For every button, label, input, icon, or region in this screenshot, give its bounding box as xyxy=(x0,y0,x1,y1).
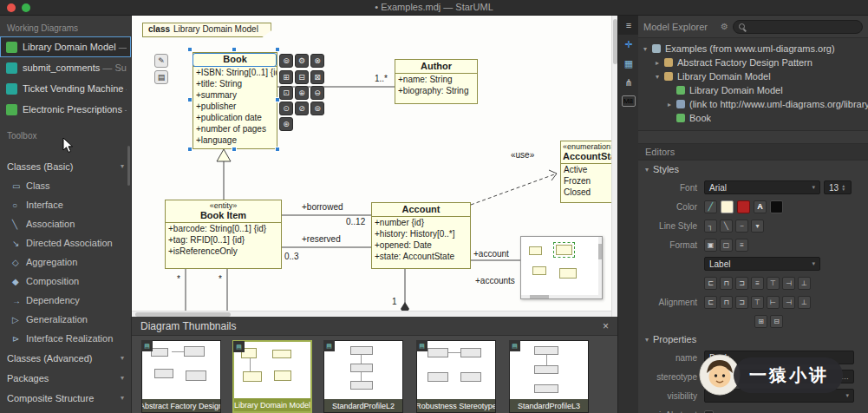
align-button[interactable]: ⊐ xyxy=(735,277,748,290)
class-attribute[interactable]: +number {id} xyxy=(372,217,470,228)
font-size-stepper[interactable]: 13 ▲▼ xyxy=(824,180,852,194)
toolbox-item[interactable]: ◆ Composition xyxy=(0,272,131,291)
preview-horizontal-scrollbar[interactable] xyxy=(521,295,602,298)
multiplicity-label[interactable]: 1 xyxy=(392,297,397,306)
line-color-button[interactable]: ╱ xyxy=(704,200,717,213)
tree-item-library-domain-model[interactable]: ▾ Library Domain Model xyxy=(638,69,868,83)
quick-edit-button[interactable]: ⊟ xyxy=(295,70,309,84)
class-attribute[interactable]: +publisher xyxy=(193,101,277,112)
quick-edit-button[interactable]: ⊕ xyxy=(295,86,309,100)
selection-handle[interactable] xyxy=(187,97,193,102)
thumbnail-abstract-factory[interactable]: ▤ Abstract Factory Design xyxy=(141,340,221,413)
align-button[interactable]: ⊤ xyxy=(767,277,780,290)
toolbox-section-composite-structure[interactable]: Composite Structure ▾ xyxy=(0,388,131,408)
search-input[interactable] xyxy=(749,22,853,31)
toolbox-item[interactable]: ↘ Directed Association xyxy=(0,233,131,252)
class-attribute[interactable]: +opened: Date xyxy=(372,239,470,251)
multiplicity-label[interactable]: 1..* xyxy=(375,74,388,83)
toolbox-section-packages[interactable]: Packages ▾ xyxy=(0,368,131,388)
working-diagram-ticket-vending-machine[interactable]: Ticket Vending Machine — T... xyxy=(0,78,131,99)
chevron-down-icon[interactable]: ▾ xyxy=(643,45,652,53)
selection-handle[interactable] xyxy=(187,147,193,152)
move-tool-icon[interactable]: ✛ xyxy=(618,35,639,54)
thumbnails-panel-icon[interactable]: ▦ xyxy=(618,54,639,73)
working-diagram-submit-comments[interactable]: submit_comments — Subm... xyxy=(0,57,131,78)
class-attribute[interactable]: +number of pages xyxy=(193,123,277,134)
fill-color-swatch[interactable] xyxy=(721,200,734,213)
class-attribute[interactable]: +isReferenceOnly xyxy=(166,246,281,257)
m8-extension-icon[interactable]: M8 xyxy=(622,95,636,107)
canvas-horizontal-scrollbar[interactable] xyxy=(132,311,611,317)
class-account[interactable]: Account +number {id}+history: History[0.… xyxy=(371,202,471,269)
quick-edit-button[interactable]: ⊖ xyxy=(310,86,324,100)
thumbnail-library-domain-model[interactable]: ▤ Library Domain Model xyxy=(232,340,312,413)
align-button[interactable]: ≡ xyxy=(751,277,764,290)
tree-item-examples[interactable]: ▾ Examples (from www.uml-diagrams.org) xyxy=(638,42,868,56)
quick-edit-button[interactable]: ⊗ xyxy=(310,54,324,68)
line-style-button[interactable]: ▾ xyxy=(751,220,764,233)
toolbox-item[interactable]: ▭ Class xyxy=(0,176,131,195)
chevron-right-icon[interactable]: ▸ xyxy=(656,59,664,67)
align-button[interactable]: ⊓ xyxy=(720,277,733,290)
selection-handle[interactable] xyxy=(232,147,237,152)
toolbox-section-classes-basic[interactable]: Classes (Basic) ▾ xyxy=(0,156,131,176)
class-attribute[interactable]: +publication date xyxy=(193,112,277,123)
align-button[interactable]: ⊓ xyxy=(720,296,733,309)
toolbox-item[interactable]: ○ Interface xyxy=(0,195,131,214)
working-diagram-electronic-prescriptions[interactable]: Electronic Prescriptions — E... xyxy=(0,99,131,120)
toolbox-section-classes-advanced[interactable]: Classes (Advanced) ▾ xyxy=(0,348,131,368)
class-attribute[interactable]: +history: History[0..*] xyxy=(372,228,470,239)
diagram-canvas[interactable]: classLibrary Domain Model Book +ISBN: St… xyxy=(132,16,617,317)
class-book-item[interactable]: «entity» Book Item +barcode: String[0..1… xyxy=(165,200,282,269)
class-author[interactable]: Author +name: String+biography: String xyxy=(395,59,478,104)
tree-item-link[interactable]: ▸ (link to http://www.uml-diagrams.org/l… xyxy=(638,97,868,111)
quick-edit-button[interactable]: ⊚ xyxy=(310,102,324,115)
properties-group-header[interactable]: ▾ Properties xyxy=(638,331,868,348)
class-attribute[interactable]: +language xyxy=(193,134,277,146)
class-attribute[interactable]: +tag: RFID[0..1] {id} xyxy=(166,234,281,246)
stereotype-display-dropdown[interactable]: Label ▾ xyxy=(704,257,820,271)
red-color-swatch[interactable] xyxy=(737,200,750,213)
align-button[interactable]: ⊣ xyxy=(782,296,795,309)
enumeration-account-state[interactable]: «enumeration» AccountSta ActiveFrozenClo… xyxy=(560,141,617,203)
selection-handle[interactable] xyxy=(232,47,237,52)
font-family-dropdown[interactable]: Arial ▾ xyxy=(704,180,820,194)
class-attribute[interactable]: +ISBN: String[0..1] {id} xyxy=(193,67,277,78)
role-label-account[interactable]: +account xyxy=(473,249,509,259)
sidebar-scrollbar[interactable] xyxy=(127,146,130,186)
toolbox-item[interactable]: ⊳ Interface Realization xyxy=(0,329,131,348)
distribute-button[interactable]: ⊞ xyxy=(754,315,767,328)
class-attribute[interactable]: +summary xyxy=(193,89,277,101)
enum-literal[interactable]: Frozen xyxy=(561,175,617,187)
quick-edit-button[interactable]: ⚙ xyxy=(295,54,309,68)
toolbox-item[interactable]: ╲ Association xyxy=(0,214,131,233)
class-attribute[interactable]: +name: String xyxy=(395,74,477,85)
selection-handle[interactable] xyxy=(275,47,280,52)
line-style-button[interactable]: ┐ xyxy=(704,220,717,233)
multiplicity-label[interactable]: 0..3 xyxy=(284,252,299,261)
use-dependency-label[interactable]: «use» xyxy=(511,150,534,160)
format-button[interactable]: ▣ xyxy=(704,239,717,252)
role-label-reserved[interactable]: +reserved xyxy=(302,234,341,244)
quick-edit-button[interactable]: ▤ xyxy=(154,70,168,84)
tree-item-library-domain-model-diagram[interactable]: Library Domain Model xyxy=(638,83,868,97)
thumbnail-robustness-stereotypes[interactable]: ▤ Robustness Stereotype xyxy=(416,340,496,413)
role-label-borrowed[interactable]: +borrowed xyxy=(302,202,343,212)
class-attribute[interactable]: +state: AccountState xyxy=(372,251,470,262)
class-attribute[interactable]: +biography: String xyxy=(395,85,477,96)
black-color-swatch[interactable] xyxy=(770,200,783,213)
diagram-frame-tab[interactable]: classLibrary Domain Model xyxy=(142,23,271,37)
multiplicity-label[interactable]: 0..12 xyxy=(346,217,365,226)
class-attribute[interactable]: +title: String xyxy=(193,78,277,89)
quick-edit-button[interactable]: ✎ xyxy=(154,54,168,68)
align-button[interactable]: ⊥ xyxy=(798,277,811,290)
thumbnail-standardprofilel3[interactable]: ▤ StandardProfileL3 xyxy=(509,340,589,413)
tree-item-abstract-factory[interactable]: ▸ Abstract Factory Design Pattern xyxy=(638,56,868,69)
gear-icon[interactable]: ⚙ xyxy=(721,22,728,31)
quick-edit-button[interactable]: ⊠ xyxy=(310,70,324,84)
stepper-arrows-icon[interactable]: ▲▼ xyxy=(841,184,845,191)
enum-literal[interactable]: Active xyxy=(561,164,617,175)
quick-edit-button[interactable]: ⊡ xyxy=(279,86,293,100)
search-box[interactable] xyxy=(733,20,863,34)
font-color-button[interactable]: A xyxy=(754,200,767,213)
